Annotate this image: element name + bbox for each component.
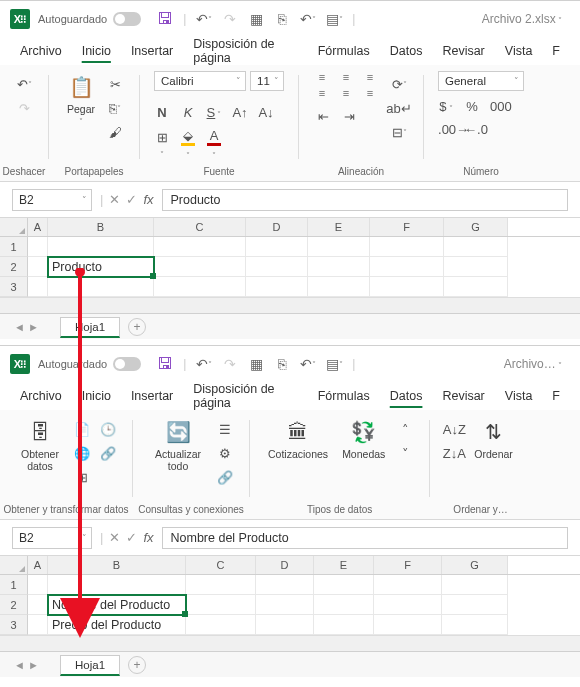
stocks-button[interactable]: 🏛 Cotizaciones <box>264 416 332 462</box>
tab-nav[interactable]: ◄ ► <box>6 321 47 333</box>
underline-button[interactable]: S <box>206 105 222 120</box>
row-header[interactable]: 2 <box>0 595 28 615</box>
cell-E1[interactable] <box>314 575 374 595</box>
menu-archivo[interactable]: Archivo <box>10 40 72 62</box>
properties-icon[interactable]: ⚙ <box>215 444 235 462</box>
row-header[interactable]: 1 <box>0 575 28 595</box>
menu-formulas[interactable]: Fórmulas <box>308 385 380 407</box>
cell-C2[interactable] <box>154 257 246 277</box>
tab-nav[interactable]: ◄ ► <box>6 659 47 671</box>
menu-inicio[interactable]: Inicio <box>72 385 121 407</box>
cell-A3[interactable] <box>28 615 48 635</box>
sort-desc-icon[interactable]: Z↓A <box>444 444 464 462</box>
align-middle-icon[interactable]: ≡ <box>337 71 355 83</box>
fx-icon[interactable]: fx <box>143 530 153 545</box>
cell-F2[interactable] <box>374 595 442 615</box>
qat-icon-1[interactable]: ▦ <box>248 356 264 372</box>
undo-icon[interactable]: ↶ <box>196 11 212 27</box>
cell-C3[interactable] <box>186 615 256 635</box>
menu-vista[interactable]: Vista <box>495 40 543 62</box>
increase-decimal-icon[interactable]: .00→ <box>438 122 454 137</box>
currencies-button[interactable]: 💱 Monedas <box>338 416 389 462</box>
cell-G2[interactable] <box>442 595 508 615</box>
cell-F1[interactable] <box>374 575 442 595</box>
column-header[interactable]: F <box>370 218 444 236</box>
column-header[interactable]: G <box>442 556 508 574</box>
column-header[interactable]: C <box>186 556 256 574</box>
undo-icon[interactable]: ↶ <box>196 356 212 372</box>
sort-button[interactable]: ⇅ Ordenar <box>470 416 517 462</box>
menu-disposicion[interactable]: Disposición de página <box>183 33 307 69</box>
column-header[interactable]: A <box>28 218 48 236</box>
redo-icon[interactable]: ↷ <box>222 11 238 27</box>
sheet-tab-hoja1[interactable]: Hoja1 <box>60 317 120 338</box>
paste-button[interactable]: 📋 Pegar ˅ <box>63 71 99 128</box>
formula-input[interactable]: Nombre del Producto <box>162 527 568 549</box>
cell-A3[interactable] <box>28 277 48 297</box>
scroll-bar[interactable] <box>0 635 580 651</box>
cell-E2[interactable] <box>308 257 370 277</box>
cell-A2[interactable] <box>28 595 48 615</box>
name-box[interactable]: B2 <box>12 527 92 549</box>
menu-vista[interactable]: Vista <box>495 385 543 407</box>
format-painter-icon[interactable]: 🖌 <box>105 123 125 141</box>
font-color-button[interactable]: A <box>206 128 222 161</box>
cell-B3[interactable]: Precio del Producto <box>48 615 186 635</box>
redo-icon[interactable]: ↷ <box>222 356 238 372</box>
edit-links-icon[interactable]: 🔗 <box>215 468 235 486</box>
scroll-down-icon[interactable]: ˅ <box>395 444 415 462</box>
save-icon[interactable]: 🖫 <box>157 356 173 372</box>
column-header[interactable]: A <box>28 556 48 574</box>
cell-C2[interactable] <box>186 595 256 615</box>
cell-G1[interactable] <box>442 575 508 595</box>
column-header[interactable]: F <box>374 556 442 574</box>
align-top-icon[interactable]: ≡ <box>313 71 331 83</box>
cell-D2[interactable] <box>256 595 314 615</box>
refresh-all-button[interactable]: 🔄 Actualizar todo <box>147 416 209 474</box>
existing-conn-icon[interactable]: 🔗 <box>98 444 118 462</box>
align-right-icon[interactable]: ≡ <box>361 87 379 99</box>
cell-B2[interactable]: Nombre del Producto <box>48 595 186 615</box>
get-data-button[interactable]: 🗄 Obtener datos <box>14 416 66 474</box>
cell-D1[interactable] <box>246 237 308 257</box>
undo-button[interactable]: ↶ <box>14 75 34 93</box>
save-icon[interactable]: 🖫 <box>157 11 173 27</box>
menu-datos[interactable]: Datos <box>380 40 433 62</box>
column-header[interactable]: C <box>154 218 246 236</box>
copy-icon[interactable]: ⎘ <box>105 99 125 117</box>
cell-E2[interactable] <box>314 595 374 615</box>
undo2-icon[interactable]: ↶ <box>300 11 316 27</box>
autosave-toggle[interactable]: Autoguardado <box>38 357 141 371</box>
decrease-indent-icon[interactable]: ⇤ <box>313 107 333 125</box>
qat-icon-3[interactable]: ▤ <box>326 11 342 27</box>
scroll-up-icon[interactable]: ˄ <box>395 420 415 438</box>
row-header[interactable]: 2 <box>0 257 28 277</box>
row-header[interactable]: 1 <box>0 237 28 257</box>
cell-G3[interactable] <box>444 277 508 297</box>
redo-button[interactable]: ↷ <box>14 99 34 117</box>
filename[interactable]: Archivo 2.xlsx <box>482 12 562 26</box>
merge-icon[interactable]: ⊟ <box>389 123 409 141</box>
cell-D3[interactable] <box>256 615 314 635</box>
qat-icon-3[interactable]: ▤ <box>326 356 342 372</box>
scroll-bar[interactable] <box>0 297 580 313</box>
fx-icon[interactable]: fx <box>143 192 153 207</box>
align-bottom-icon[interactable]: ≡ <box>361 71 379 83</box>
orientation-icon[interactable]: ⟳ <box>389 75 409 93</box>
cell-A2[interactable] <box>28 257 48 277</box>
menu-more[interactable]: F <box>542 40 570 62</box>
border-button[interactable]: ⊞ <box>154 130 170 160</box>
menu-insertar[interactable]: Insertar <box>121 385 183 407</box>
menu-datos[interactable]: Datos <box>380 385 433 407</box>
currency-icon[interactable]: $ <box>438 99 454 114</box>
undo2-icon[interactable]: ↶ <box>300 356 316 372</box>
cell-A1[interactable] <box>28 575 48 595</box>
fill-color-button[interactable]: ⬙ <box>180 128 196 161</box>
cell-G2[interactable] <box>444 257 508 277</box>
cell-C3[interactable] <box>154 277 246 297</box>
cancel-formula-icon[interactable]: ✕ <box>109 192 120 207</box>
from-text-icon[interactable]: 📄 <box>72 420 92 438</box>
align-left-icon[interactable]: ≡ <box>313 87 331 99</box>
increase-indent-icon[interactable]: ⇥ <box>339 107 359 125</box>
cell-E3[interactable] <box>308 277 370 297</box>
